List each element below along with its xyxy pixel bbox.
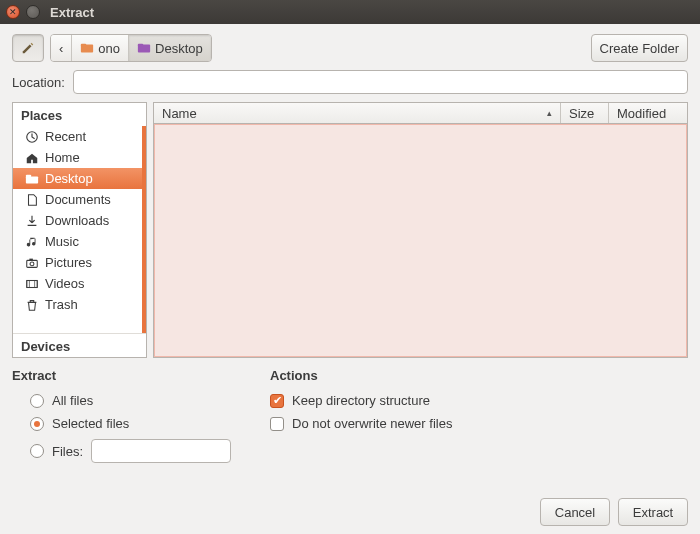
camera-icon <box>25 256 39 270</box>
checkbox-label: Do not overwrite newer files <box>292 416 452 431</box>
column-size[interactable]: Size <box>561 103 609 123</box>
dialog-footer: Cancel Extract <box>12 492 688 526</box>
svg-point-8 <box>30 261 34 265</box>
file-browser: Places RecentHomeDesktopDocumentsDownloa… <box>12 102 688 358</box>
edit-path-button[interactable] <box>12 34 44 62</box>
places-list: RecentHomeDesktopDocumentsDownloadsMusic… <box>13 126 146 333</box>
pencil-icon <box>21 41 35 55</box>
actions-options: Actions ✔ Keep directory structure Do no… <box>270 368 688 467</box>
sort-ascending-icon: ▴ <box>547 108 552 118</box>
actions-header: Actions <box>270 368 688 383</box>
sidebar-item-label: Videos <box>45 276 85 291</box>
column-label: Name <box>162 106 197 121</box>
radio-icon <box>30 394 44 408</box>
window-title: Extract <box>50 5 94 20</box>
radio-label: Selected files <box>52 416 129 431</box>
places-scrollbar[interactable] <box>142 126 146 333</box>
sidebar-item-home[interactable]: Home <box>13 147 146 168</box>
cancel-button[interactable]: Cancel <box>540 498 610 526</box>
places-header: Places <box>13 103 146 126</box>
options-area: Extract All files Selected files Files: … <box>12 366 688 471</box>
svg-rect-7 <box>27 260 38 267</box>
breadcrumb-label: Desktop <box>155 41 203 56</box>
radio-icon <box>30 417 44 431</box>
svg-rect-9 <box>29 258 33 260</box>
sidebar-item-videos[interactable]: Videos <box>13 273 146 294</box>
location-row: Location: <box>12 70 688 94</box>
breadcrumb: ‹ ono Desktop <box>50 34 212 62</box>
check-no-overwrite[interactable]: Do not overwrite newer files <box>270 412 688 435</box>
svg-rect-3 <box>138 44 143 47</box>
toolbar: ‹ ono Desktop Create Folder <box>12 34 688 62</box>
radio-icon <box>30 444 44 458</box>
files-pattern-input[interactable] <box>91 439 231 463</box>
close-icon[interactable]: ✕ <box>6 5 20 19</box>
create-folder-button[interactable]: Create Folder <box>591 34 688 62</box>
folder-user-icon <box>80 41 94 55</box>
svg-rect-5 <box>26 176 38 183</box>
sidebar-item-recent[interactable]: Recent <box>13 126 146 147</box>
radio-all-files[interactable]: All files <box>12 389 252 412</box>
radio-label: All files <box>52 393 93 408</box>
column-name[interactable]: Name ▴ <box>154 103 561 123</box>
button-label: Extract <box>633 505 673 520</box>
file-list-body[interactable] <box>153 124 688 358</box>
music-icon <box>25 235 39 249</box>
extract-button[interactable]: Extract <box>618 498 688 526</box>
checkbox-label: Keep directory structure <box>292 393 430 408</box>
breadcrumb-seg-desktop[interactable]: Desktop <box>129 35 211 61</box>
home-icon <box>25 151 39 165</box>
download-icon <box>25 214 39 228</box>
radio-label: Files: <box>52 444 83 459</box>
location-input[interactable] <box>73 70 688 94</box>
file-list: Name ▴ Size Modified <box>153 102 688 358</box>
checkbox-icon <box>270 417 284 431</box>
places-panel: Places RecentHomeDesktopDocumentsDownloa… <box>12 102 147 358</box>
checkbox-icon: ✔ <box>270 394 284 408</box>
sidebar-item-label: Desktop <box>45 171 93 186</box>
column-label: Size <box>569 106 594 121</box>
sidebar-item-pictures[interactable]: Pictures <box>13 252 146 273</box>
radio-files-pattern[interactable]: Files: <box>12 435 252 467</box>
sidebar-item-label: Music <box>45 234 79 249</box>
devices-header: Devices <box>13 333 146 357</box>
desktop-folder-icon <box>137 41 151 55</box>
check-keep-dir[interactable]: ✔ Keep directory structure <box>270 389 688 412</box>
svg-rect-1 <box>81 44 86 47</box>
button-label: Cancel <box>555 505 595 520</box>
sidebar-item-label: Trash <box>45 297 78 312</box>
sidebar-item-label: Documents <box>45 192 111 207</box>
column-modified[interactable]: Modified <box>609 103 687 123</box>
file-list-header: Name ▴ Size Modified <box>153 102 688 124</box>
extract-header: Extract <box>12 368 252 383</box>
clock-icon <box>25 130 39 144</box>
breadcrumb-seg-ono[interactable]: ono <box>72 35 129 61</box>
sidebar-item-trash[interactable]: Trash <box>13 294 146 315</box>
sidebar-item-downloads[interactable]: Downloads <box>13 210 146 231</box>
sidebar-item-desktop[interactable]: Desktop <box>13 168 146 189</box>
button-label: Create Folder <box>600 41 679 56</box>
sidebar-item-label: Pictures <box>45 255 92 270</box>
sidebar-item-label: Home <box>45 150 80 165</box>
window-titlebar: ✕ Extract <box>0 0 700 24</box>
chevron-left-icon: ‹ <box>59 41 63 56</box>
svg-rect-10 <box>27 280 38 287</box>
document-icon <box>25 193 39 207</box>
sidebar-item-music[interactable]: Music <box>13 231 146 252</box>
trash-icon <box>25 298 39 312</box>
video-icon <box>25 277 39 291</box>
svg-rect-6 <box>26 174 31 177</box>
radio-selected-files[interactable]: Selected files <box>12 412 252 435</box>
folder-icon <box>25 172 39 186</box>
extract-options: Extract All files Selected files Files: <box>12 368 252 467</box>
breadcrumb-back[interactable]: ‹ <box>51 35 72 61</box>
breadcrumb-label: ono <box>98 41 120 56</box>
sidebar-item-label: Downloads <box>45 213 109 228</box>
column-label: Modified <box>617 106 666 121</box>
minimize-icon[interactable] <box>26 5 40 19</box>
sidebar-item-label: Recent <box>45 129 86 144</box>
location-label: Location: <box>12 75 65 90</box>
sidebar-item-documents[interactable]: Documents <box>13 189 146 210</box>
